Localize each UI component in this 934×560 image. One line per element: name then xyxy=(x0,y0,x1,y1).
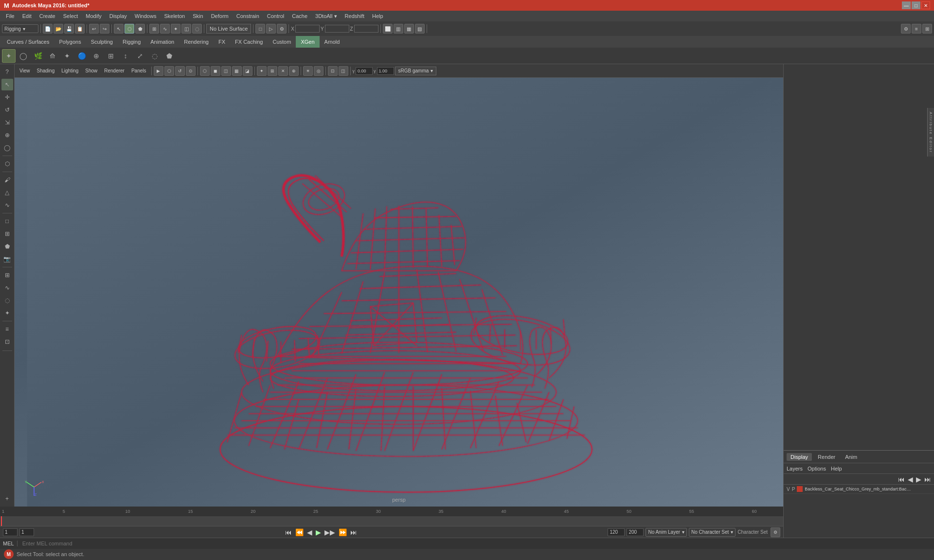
close-button[interactable]: ✕ xyxy=(921,1,930,9)
viewport-lighting-menu[interactable]: Lighting xyxy=(58,67,81,74)
attr-editor-lt-icon[interactable]: ⊡ xyxy=(1,336,13,348)
options-menu[interactable]: Options xyxy=(808,466,826,472)
maximize-button[interactable]: □ xyxy=(912,1,920,9)
tab-fx[interactable]: FX xyxy=(214,36,230,48)
ipr-button[interactable]: ▷ xyxy=(266,24,276,34)
layer-nav-prev[interactable]: ◀ xyxy=(907,475,914,483)
snap-grid-button[interactable]: ⊞ xyxy=(149,24,159,34)
viewport-shading-menu[interactable]: Shading xyxy=(34,67,58,74)
paint-select-button[interactable]: ⬟ xyxy=(135,24,145,34)
shelf-icon-2[interactable]: 🌿 xyxy=(31,49,45,63)
viewport-panels-menu[interactable]: Panels xyxy=(128,67,149,74)
x-input[interactable] xyxy=(295,25,320,33)
snap-surface-button[interactable]: ◌ xyxy=(192,24,202,34)
exposure-input[interactable] xyxy=(356,67,373,75)
minimize-button[interactable]: — xyxy=(902,1,911,9)
shelf-icon-11[interactable]: ⬟ xyxy=(162,49,176,63)
menu-cache[interactable]: Cache xyxy=(288,12,311,20)
shelf-icon-0[interactable]: ✦ xyxy=(2,49,16,63)
shelf-icon-10[interactable]: ◌ xyxy=(148,49,162,63)
vp-res-gate[interactable]: ⊡ xyxy=(328,66,338,76)
gamma-input[interactable] xyxy=(377,67,394,75)
select-lasso-button[interactable]: ⬡ xyxy=(125,24,134,34)
snap-surface-lt-icon[interactable]: ◌ xyxy=(1,295,13,306)
menu-skin[interactable]: Skin xyxy=(189,12,207,20)
question-icon[interactable]: ? xyxy=(1,66,13,78)
select-tool-button[interactable]: ↖ xyxy=(114,24,124,34)
timeline-track[interactable] xyxy=(0,516,783,526)
viewport-view-menu[interactable]: View xyxy=(17,67,33,74)
shelf-icon-8[interactable]: ↕ xyxy=(119,49,132,63)
layer-item[interactable]: V P Backless_Car_Seat_Chicco_Grey_mb_sta… xyxy=(784,485,934,494)
move-tool-icon[interactable]: ✛ xyxy=(1,91,13,103)
layer-nav-first[interactable]: ⏮ xyxy=(897,475,906,483)
vp-shading4[interactable]: ▦ xyxy=(232,66,242,76)
step-forward-button[interactable]: ▶▶ xyxy=(323,528,336,536)
channel-box-lt-icon[interactable]: ≡ xyxy=(1,323,13,335)
vp-cam1[interactable]: ▶ xyxy=(154,66,163,76)
tab-rendering[interactable]: Rendering xyxy=(179,36,214,48)
anim-layer-dropdown[interactable]: No Anim Layer ▾ xyxy=(646,528,687,537)
next-key-button[interactable]: ⏩ xyxy=(338,528,348,536)
vp-shading3[interactable]: ◫ xyxy=(221,66,231,76)
tab-arnold[interactable]: Arnold xyxy=(320,36,345,48)
tab-xgen[interactable]: XGen xyxy=(296,36,319,48)
shelf-icon-7[interactable]: ⊞ xyxy=(104,49,118,63)
vp-cam3[interactable]: ↺ xyxy=(175,66,185,76)
shelf-icon-5[interactable]: 🔵 xyxy=(75,49,89,63)
rigging-mode-dropdown[interactable]: Rigging ▾ xyxy=(2,24,38,33)
snap-curve-button[interactable]: ∿ xyxy=(160,24,170,34)
layers-menu[interactable]: Layers xyxy=(787,466,803,472)
menu-file[interactable]: File xyxy=(2,12,18,20)
mel-input-field[interactable] xyxy=(22,541,931,546)
shelf-icon-9[interactable]: ⤢ xyxy=(133,49,147,63)
redo-button[interactable]: ↪ xyxy=(100,24,109,34)
menu-edit[interactable]: Edit xyxy=(18,12,36,20)
settings-button[interactable]: ⚙ xyxy=(901,24,911,34)
camera-icon[interactable]: 📷 xyxy=(1,253,13,265)
menu-deform[interactable]: Deform xyxy=(207,12,233,20)
layout-button-2[interactable]: ▥ xyxy=(394,24,403,34)
menu-redshift[interactable]: Redshift xyxy=(341,12,368,20)
layer-nav-last[interactable]: ⏭ xyxy=(923,475,932,483)
vp-light1[interactable]: ☀ xyxy=(303,66,313,76)
render-tab[interactable]: Render xyxy=(814,453,839,461)
snap-point-button[interactable]: ✦ xyxy=(171,24,180,34)
select-tool-icon[interactable]: ↖ xyxy=(1,79,13,90)
goto-end-button[interactable]: ⏭ xyxy=(349,528,358,536)
z-input[interactable] xyxy=(354,25,378,33)
vp-snap2[interactable]: ⊞ xyxy=(268,66,277,76)
display-tab[interactable]: Display xyxy=(787,453,812,461)
layout-button-4[interactable]: ▧ xyxy=(415,24,425,34)
rotate-tool-icon[interactable]: ↺ xyxy=(1,104,13,116)
tool-settings-button[interactable]: ⊞ xyxy=(922,24,932,34)
wireframe-icon[interactable]: ⬟ xyxy=(1,241,13,252)
menu-skeleton[interactable]: Skeleton xyxy=(160,12,189,20)
menu-create[interactable]: Create xyxy=(36,12,59,20)
layout-button-3[interactable]: ▦ xyxy=(404,24,414,34)
render-settings-button[interactable]: ⚙ xyxy=(277,24,287,34)
char-set-dropdown[interactable]: No Character Set ▾ xyxy=(689,528,736,537)
layer-nav-next[interactable]: ▶ xyxy=(915,475,922,483)
attr-editor-button[interactable]: ≡ xyxy=(912,24,921,34)
menu-modify[interactable]: Modify xyxy=(82,12,105,20)
layer-visible[interactable]: V xyxy=(787,487,790,492)
vp-cam2[interactable]: ⬡ xyxy=(164,66,174,76)
help-menu[interactable]: Help xyxy=(831,466,842,472)
shelf-icon-3[interactable]: ⟰ xyxy=(46,49,59,63)
shelf-icon-4[interactable]: ✦ xyxy=(60,49,74,63)
undo-button[interactable]: ↩ xyxy=(89,24,99,34)
viewport[interactable]: persp X Y Z xyxy=(15,78,783,507)
vp-light2[interactable]: ◎ xyxy=(314,66,323,76)
smooth-icon[interactable]: ∿ xyxy=(1,199,13,211)
vp-shading1[interactable]: ⬡ xyxy=(200,66,210,76)
plus-icon[interactable]: + xyxy=(1,493,13,505)
scale-tool-icon[interactable]: ⇲ xyxy=(1,117,13,128)
tab-polygons[interactable]: Polygons xyxy=(54,36,86,48)
menu-help[interactable]: Help xyxy=(368,12,387,20)
grid-icon[interactable]: ⊞ xyxy=(1,228,13,240)
tl-current-frame[interactable] xyxy=(19,528,34,536)
play-button[interactable]: ▶ xyxy=(315,528,322,536)
vp-shading5[interactable]: ◪ xyxy=(243,66,252,76)
vp-cam4[interactable]: ⊙ xyxy=(186,66,196,76)
